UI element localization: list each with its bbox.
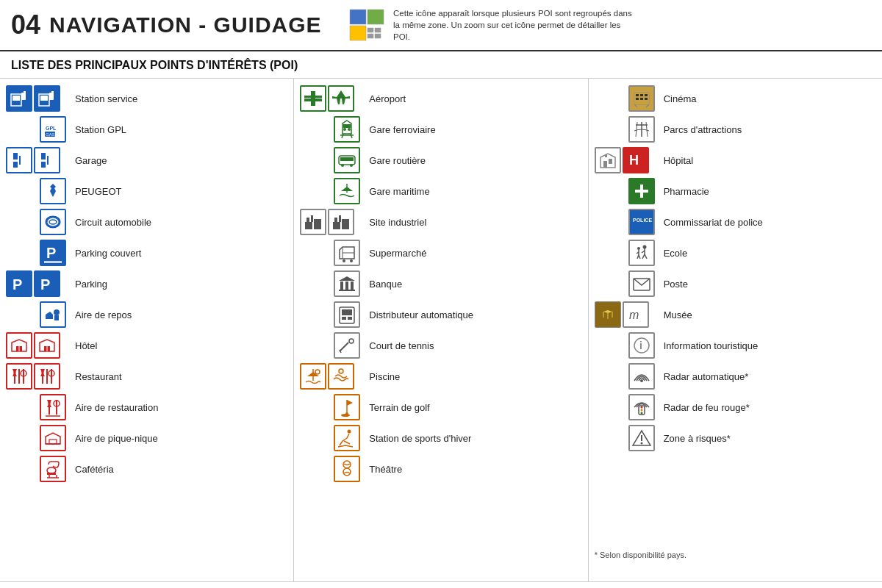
poi-label: Parking couvert [75,248,141,259]
poi-column-2: Aéroport Gare ferroviair [294,79,588,581]
svg-rect-0 [350,10,366,24]
svg-line-119 [642,254,645,259]
svg-rect-104 [636,98,639,100]
svg-rect-102 [640,94,643,96]
poi-icons [6,301,71,328]
svg-rect-58 [315,96,322,98]
poi-icons [6,85,71,112]
list-item: Gare routière [300,145,581,176]
svg-point-91 [339,369,343,373]
svg-rect-109 [603,161,607,168]
radar-auto-icon [628,363,655,390]
svg-rect-5 [368,34,373,38]
poi-label: Garage [75,155,107,166]
section-title: LISTE DES PRINCIPAUX POINTS D'INTÉRÊTS (… [0,51,882,79]
poi-icons [300,209,365,235]
svg-rect-19 [13,159,18,162]
list-item: PEUGEOT [6,176,287,207]
list-item: Terrain de golf [300,392,581,423]
svg-rect-10 [24,91,26,94]
banque-icon [334,270,360,297]
svg-rect-32 [54,315,59,320]
poi-icons [300,240,365,266]
list-item: Théâtre [300,453,581,484]
list-item: Distributeur automatique [300,299,581,330]
svg-point-78 [350,259,353,262]
poi-icons: GPLGAS [6,116,71,143]
poi-label: Ecole [664,248,688,259]
site-industriel-icon-2 [328,209,354,235]
list-item: m Musée [595,299,876,330]
svg-point-87 [349,339,354,343]
cinema-icon [628,85,655,112]
poi-icons: H [595,147,659,173]
ecole-icon [628,240,655,266]
poi-label: Aéroport [369,93,406,104]
svg-rect-69 [305,222,312,229]
peugeot-icon [40,178,66,204]
site-industriel-icon-1 [300,209,326,235]
poi-label: Aire de pique-nique [75,433,158,444]
svg-point-68 [350,164,353,167]
svg-rect-73 [333,222,340,229]
svg-rect-57 [304,96,312,98]
header-icon-block: Cette icône apparaît lorsque plusieurs P… [338,0,882,50]
list-item: Aire de restauration [6,392,287,423]
list-item: H Hôpital [595,145,876,176]
parcs-attractions-icon [628,116,655,143]
theatre-icon [334,456,360,482]
poi-icons [6,209,71,235]
pharmacie-icon [628,178,655,204]
list-item: GPLGAS Station GPL [6,114,287,145]
restaurant-icon-1 [6,363,32,390]
list-item: Aire de repos [6,299,287,330]
svg-rect-114 [635,190,648,193]
svg-rect-6 [375,34,381,38]
main-content: Station service GPLGAS Station GPL [0,79,882,581]
list-item: Hôtel [6,330,287,361]
poi-label: Supermarché [369,248,426,259]
musee-icon-1 [595,301,621,328]
svg-point-67 [341,164,344,167]
poi-label: Restaurant [75,371,122,382]
cafeteria-icon [40,456,66,482]
svg-point-90 [315,370,320,374]
svg-rect-75 [334,218,337,222]
poi-icons [300,178,365,204]
svg-rect-61 [343,124,351,128]
poi-label: Distributeur automatique [369,309,473,320]
poi-label: PEUGEOT [75,186,122,197]
svg-point-25 [49,220,57,224]
list-item: Site industriel [300,207,581,237]
svg-rect-86 [348,317,352,320]
poi-label: Cafétéria [75,464,114,475]
poi-label: Hôpital [664,155,693,166]
svg-point-136 [640,409,642,412]
poi-icons [595,178,659,204]
zone-risques-icon [628,425,655,451]
list-item: Station de sports d'hiver [300,423,581,453]
poi-icons [300,85,365,112]
list-item: Supermarché [300,237,581,268]
poi-label: Poste [664,279,688,290]
poi-label: Aire de restauration [75,402,158,413]
poi-label: Banque [369,279,402,290]
list-item: POLICE Commissariat de police [595,207,876,237]
poi-icons [300,147,365,173]
svg-rect-22 [41,159,46,162]
poi-label: Zone à risques* [664,433,731,444]
svg-text:P: P [40,276,50,293]
supermarche-icon [334,240,360,266]
page-footer: 273 [0,581,882,588]
list-item: Radar de feu rouge* [595,392,876,423]
pique-nique-icon [40,425,66,451]
svg-line-64 [351,134,352,138]
poi-icons [6,147,71,173]
svg-rect-105 [640,98,643,100]
poi-label: Gare ferroviaire [369,124,435,135]
svg-rect-76 [339,215,341,222]
poi-icons [6,332,71,359]
list-item: Circuit automobile [6,207,287,237]
poi-label: Musée [664,309,692,320]
garage-icon-2 [34,147,60,173]
